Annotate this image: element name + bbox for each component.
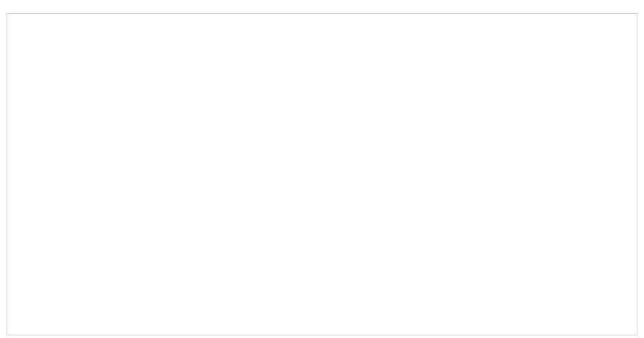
chart-container bbox=[0, 0, 644, 338]
treemap-area bbox=[7, 13, 637, 335]
